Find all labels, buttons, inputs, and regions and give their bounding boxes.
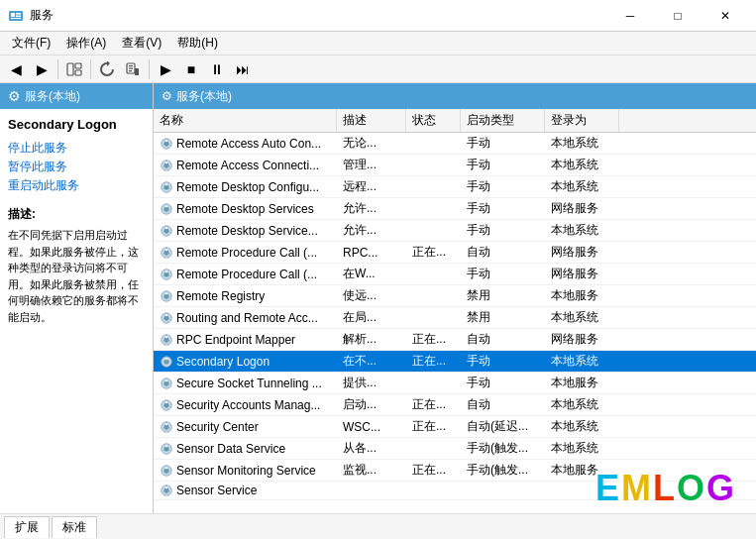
service-row-icon	[160, 398, 173, 412]
table-row[interactable]: Security CenterWSC...正在...自动(延迟...本地系统	[154, 416, 756, 438]
cell-status	[406, 198, 461, 219]
service-name-text: Security Accounts Manag...	[176, 398, 320, 412]
svg-point-33	[165, 270, 167, 272]
service-name-text: Secure Socket Tunneling ...	[176, 377, 322, 390]
cell-startup: 手动(触发...	[461, 438, 545, 459]
service-row-icon	[160, 159, 173, 172]
table-row[interactable]: Remote Desktop Configu...远程...手动本地系统	[154, 176, 756, 198]
table-row[interactable]: Remote Desktop Services允许...手动网络服务	[154, 198, 756, 220]
cell-logon: 本地系统	[545, 176, 619, 197]
col-logon[interactable]: 登录为	[545, 109, 619, 132]
cell-desc	[337, 482, 406, 499]
stop-service-link[interactable]: 停止此服务	[8, 140, 145, 157]
stop-button[interactable]: ■	[179, 58, 203, 80]
menu-action[interactable]: 操作(A)	[58, 33, 114, 54]
service-row-icon	[160, 333, 173, 347]
tab-standard[interactable]: 标准	[52, 516, 97, 538]
table-row[interactable]: Remote Access Auto Con...无论...手动本地系统	[154, 133, 756, 155]
svg-rect-5	[67, 63, 73, 75]
service-row-icon	[160, 224, 173, 238]
refresh-icon	[99, 61, 115, 77]
table-row[interactable]: Sensor Data Service从各...手动(触发...本地系统	[154, 438, 756, 460]
col-startup[interactable]: 启动类型	[461, 109, 545, 132]
svg-rect-9	[129, 65, 133, 66]
cell-name: Remote Access Auto Con...	[154, 133, 337, 154]
table-body: Remote Access Auto Con...无论...手动本地系统Remo…	[154, 133, 756, 500]
main-container: ⚙ 服务(本地) Secondary Logon 停止此服务 暂停此服务 重启动…	[0, 83, 756, 513]
table-header: 名称 描述 状态 启动类型 登录为	[154, 109, 756, 133]
restart-button[interactable]: ⏭	[231, 58, 255, 80]
cell-logon: 本地服务	[545, 285, 619, 306]
pause-button[interactable]: ⏸	[205, 58, 229, 80]
service-row-icon	[160, 137, 173, 151]
tab-extended[interactable]: 扩展	[4, 516, 50, 538]
service-name-text: Security Center	[176, 420, 259, 434]
cell-logon: 本地系统	[545, 307, 619, 328]
cell-name: Routing and Remote Acc...	[154, 307, 337, 328]
col-status[interactable]: 状态	[406, 109, 461, 132]
export-button[interactable]	[121, 58, 145, 80]
show-hide-tree[interactable]	[62, 58, 86, 80]
right-panel: ⚙ 服务(本地) 名称 描述 状态 启动类型 登录为 Remote Access…	[154, 83, 756, 513]
toolbar-btn-3[interactable]	[95, 58, 119, 80]
emlog-l: L	[653, 468, 677, 508]
svg-rect-7	[75, 70, 81, 75]
table-row[interactable]: Remote Desktop Service...允许...手动本地系统	[154, 220, 756, 242]
table-row[interactable]: Remote Registry使远...禁用本地服务	[154, 285, 756, 307]
menu-file[interactable]: 文件(F)	[4, 33, 58, 54]
title-bar: 服务 ─ □ ✕	[0, 0, 756, 32]
table-row[interactable]: Secure Socket Tunneling ...提供...手动本地服务	[154, 373, 756, 394]
pause-service-link[interactable]: 暂停此服务	[8, 159, 145, 175]
table-row[interactable]: Routing and Remote Acc...在局...禁用本地系统	[154, 307, 756, 329]
services-table[interactable]: 名称 描述 状态 启动类型 登录为 Remote Access Auto Con…	[154, 109, 756, 513]
menu-view[interactable]: 查看(V)	[114, 33, 169, 54]
service-name-text: Remote Desktop Configu...	[176, 180, 319, 194]
cell-startup: 手动(触发...	[461, 460, 545, 481]
cell-logon: 网络服务	[545, 329, 619, 350]
cell-desc: 在W...	[337, 264, 406, 284]
table-row[interactable]: Remote Procedure Call (...在W...手动网络服务	[154, 264, 756, 285]
back-button[interactable]: ◀	[4, 58, 28, 80]
description-section: 描述: 在不同凭据下启用启动过程。如果此服务被停止，这种类型的登录访问将不可用。…	[8, 206, 145, 325]
col-name[interactable]: 名称	[154, 109, 337, 132]
cell-logon: 网络服务	[545, 198, 619, 219]
minimize-button[interactable]: ─	[607, 5, 653, 27]
service-row-icon	[160, 202, 173, 216]
svg-point-48	[165, 379, 167, 381]
svg-point-27	[165, 227, 167, 229]
left-panel-header: ⚙ 服务(本地)	[0, 83, 153, 109]
toolbar-sep-1	[57, 59, 58, 79]
table-row[interactable]: RPC Endpoint Mapper解析...正在...自动网络服务	[154, 329, 756, 351]
service-row-icon	[160, 420, 173, 434]
cell-startup: 禁用	[461, 285, 545, 306]
table-row[interactable]: Remote Access Connecti...管理...手动本地系统	[154, 155, 756, 176]
cell-startup: 手动	[461, 220, 545, 241]
table-row[interactable]: Remote Procedure Call (...RPC...正在...自动网…	[154, 242, 756, 264]
cell-desc: 使远...	[337, 285, 406, 306]
restart-service-link[interactable]: 重启动此服务	[8, 177, 145, 194]
service-row-icon	[160, 289, 173, 303]
cell-logon: 本地系统	[545, 416, 619, 437]
cell-status: 正在...	[406, 351, 461, 372]
play-button[interactable]: ▶	[154, 58, 177, 80]
menu-help[interactable]: 帮助(H)	[169, 33, 226, 54]
svg-point-60	[165, 467, 167, 469]
window-controls: ─ □ ✕	[607, 5, 748, 27]
cell-status	[406, 133, 461, 154]
service-name-text: Remote Desktop Service...	[176, 224, 318, 238]
svg-rect-12	[135, 68, 139, 75]
emlog-m: M	[621, 468, 653, 508]
maximize-button[interactable]: □	[655, 5, 701, 27]
forward-button[interactable]: ▶	[30, 58, 54, 80]
tree-icon	[66, 61, 82, 77]
col-desc[interactable]: 描述	[337, 109, 406, 132]
close-button[interactable]: ✕	[702, 5, 748, 27]
service-row-icon	[160, 268, 173, 281]
table-row[interactable]: Security Accounts Manag...启动...正在...自动本地…	[154, 394, 756, 416]
service-name-text: Routing and Remote Acc...	[176, 311, 318, 325]
cell-name: Remote Procedure Call (...	[154, 264, 337, 284]
desc-label: 描述:	[8, 206, 145, 223]
table-row[interactable]: Secondary Logon在不...正在...手动本地系统	[154, 351, 756, 373]
emlog-e: E	[595, 468, 621, 508]
cell-name: Secure Socket Tunneling ...	[154, 373, 337, 393]
